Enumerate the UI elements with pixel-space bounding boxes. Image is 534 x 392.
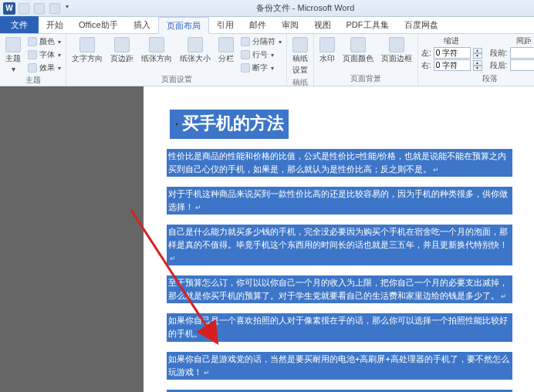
tab-baidu-disk[interactable]: 百度网盘 <box>397 16 446 33</box>
tab-file[interactable]: 文件 <box>0 16 39 33</box>
spacing-before-input[interactable] <box>510 47 534 59</box>
tab-references[interactable]: 引用 <box>209 16 242 33</box>
hyphenation-icon <box>241 63 250 73</box>
fonts-icon <box>28 50 37 59</box>
watermark-icon <box>319 37 335 52</box>
tab-insert[interactable]: 插入 <box>126 16 158 33</box>
columns-button[interactable]: 分栏 <box>216 35 236 66</box>
theme-colors-button[interactable]: 颜色▾ <box>26 35 63 48</box>
size-button[interactable]: 纸张大小 <box>177 35 213 66</box>
watermark-button[interactable]: 水印 <box>317 35 337 66</box>
save-icon[interactable] <box>19 3 29 14</box>
group-page-background: 水印 页面颜色 页面边框 页面背景 <box>314 34 418 86</box>
doc-paragraph[interactable]: 如果你是在乎外观的，那么你可以选择外观是渐变颜色或者是浅颜色的手机，黑色的就没必 <box>167 390 512 392</box>
doc-paragraph[interactable]: 如果你自己是游戏党的话，当然是要买耐用的电池+高刷屏+高处理器的手机了，要不然怎… <box>167 352 512 380</box>
page-border-icon <box>389 37 404 52</box>
themes-icon <box>5 37 21 52</box>
word-app-icon: W <box>3 2 15 15</box>
indent-heading: 缩进 <box>421 35 482 46</box>
title-bar: W ▾ 备份文件 - Microsoft Word <box>0 0 534 17</box>
size-icon <box>188 37 203 52</box>
page-color-icon <box>350 37 366 52</box>
ribbon: 主题 ▾ 颜色▾ 字体▾ 效果▾ 主题 文字方向 页边距 纸张方向 纸张大小 分… <box>0 34 534 86</box>
indent-right-input[interactable] <box>434 59 471 71</box>
page-color-button[interactable]: 页面颜色 <box>340 35 376 66</box>
window-title: 备份文件 - Microsoft Word <box>76 2 534 14</box>
spin-up-icon[interactable]: ▴ <box>473 60 482 66</box>
spacing-heading: 间距 <box>490 35 534 46</box>
group-theme: 主题 ▾ 颜色▾ 字体▾ 效果▾ 主题 <box>0 34 66 86</box>
indent-left-field[interactable]: 左: ▴▾ <box>421 47 482 59</box>
doc-paragraph[interactable]: 如果你自己是一个喜欢拍照的人对于像素很在乎的话，那么你可以选择一个拍照性能比较好… <box>167 313 512 341</box>
spacing-before-field[interactable]: 段前: ▴▾ <box>490 47 534 59</box>
tab-pdf-tools[interactable]: PDF工具集 <box>339 16 397 33</box>
group-paragraph-title: 段落 <box>421 73 534 86</box>
breaks-button[interactable]: 分隔符▾ <box>239 35 283 48</box>
margins-button[interactable]: 页边距 <box>108 35 136 66</box>
indent-left-input[interactable] <box>434 47 471 59</box>
hyphenation-button[interactable]: 断字▾ <box>239 62 283 74</box>
writing-paper-button[interactable]: 稿纸设置 <box>290 35 310 77</box>
orientation-button[interactable]: 纸张方向 <box>139 35 174 66</box>
themes-label: 主题 <box>5 53 21 64</box>
colors-icon <box>28 37 37 46</box>
group-paragraph: 缩进 左: ▴▾ 右: ▴▾ 间距 段前: ▴▾ <box>418 34 534 86</box>
spacing-after-field[interactable]: 段后: ▴▾ <box>490 59 534 71</box>
orientation-icon <box>149 37 164 52</box>
theme-effects-button[interactable]: 效果▾ <box>26 62 63 74</box>
doc-paragraph[interactable]: 性价比是商品的性能和价格的比值，公式是性价比=性能/价格，也就是说能不能在预算之… <box>167 149 512 177</box>
redo-icon[interactable] <box>49 3 60 14</box>
tab-mailings[interactable]: 邮件 <box>242 16 274 33</box>
ribbon-tabs: 文件 开始 Office助手 插入 页面布局 引用 邮件 审阅 视图 PDF工具… <box>0 17 534 34</box>
text-direction-button[interactable]: 文字方向 <box>69 35 105 66</box>
spin-up-icon[interactable]: ▴ <box>473 48 482 53</box>
tab-view[interactable]: 视图 <box>306 16 339 33</box>
page-border-button[interactable]: 页面边框 <box>379 35 414 66</box>
writing-paper-icon <box>292 37 308 52</box>
spacing-after-input[interactable] <box>510 59 534 71</box>
doc-title[interactable]: 买手机的方法 <box>170 110 289 139</box>
group-theme-title: 主题 <box>3 75 63 87</box>
chevron-down-icon: ▾ <box>12 65 15 73</box>
tab-home[interactable]: 开始 <box>39 16 71 33</box>
doc-paragraph[interactable]: 对于手机这种商品来说买到一款性价比高的还是比较容易的，因为手机的种类很多，供你做… <box>167 187 512 215</box>
doc-paragraph[interactable]: 至于预算怎么订，你可以以你自己一个月的收入为上限，把你自己一个月的必要支出减掉，… <box>167 275 512 303</box>
qat-more-icon[interactable]: ▾ <box>66 3 76 14</box>
line-numbers-button[interactable]: 行号▾ <box>239 49 283 61</box>
breaks-icon <box>241 37 250 46</box>
effects-icon <box>28 63 37 73</box>
tab-office-helper[interactable]: Office助手 <box>71 16 126 33</box>
group-paper: 稿纸设置 稿纸 <box>287 34 314 86</box>
indent-right-field[interactable]: 右: ▴▾ <box>421 59 482 71</box>
group-page-setup-title: 页面设置 <box>69 74 283 86</box>
document-canvas: 买手机的方法 性价比是商品的性能和价格的比值，公式是性价比=性能/价格，也就是说… <box>0 86 534 392</box>
theme-fonts-button[interactable]: 字体▾ <box>26 49 63 61</box>
themes-button[interactable]: 主题 ▾ <box>3 35 23 75</box>
group-page-background-title: 页面背景 <box>317 73 414 86</box>
doc-paragraph[interactable]: 自己是什么能力就买多少钱的手机，完全没必要因为购买个手机在宿舍吃一个月的泡面，那… <box>167 225 512 265</box>
spin-down-icon[interactable]: ▾ <box>473 53 482 59</box>
tab-review[interactable]: 审阅 <box>274 16 306 33</box>
text-direction-icon <box>79 37 95 52</box>
columns-icon <box>218 37 234 52</box>
canvas-gutter <box>0 86 144 392</box>
document-page[interactable]: 买手机的方法 性价比是商品的性能和价格的比值，公式是性价比=性能/价格，也就是说… <box>144 86 534 392</box>
line-numbers-icon <box>241 50 250 59</box>
margins-icon <box>114 37 130 52</box>
group-page-setup: 文字方向 页边距 纸张方向 纸张大小 分栏 分隔符▾ 行号▾ 断字▾ 页面设置 <box>66 34 287 86</box>
tab-page-layout[interactable]: 页面布局 <box>158 17 209 34</box>
undo-icon[interactable] <box>34 3 45 14</box>
spin-down-icon[interactable]: ▾ <box>473 66 482 71</box>
quick-access-toolbar: ▾ <box>19 3 76 14</box>
